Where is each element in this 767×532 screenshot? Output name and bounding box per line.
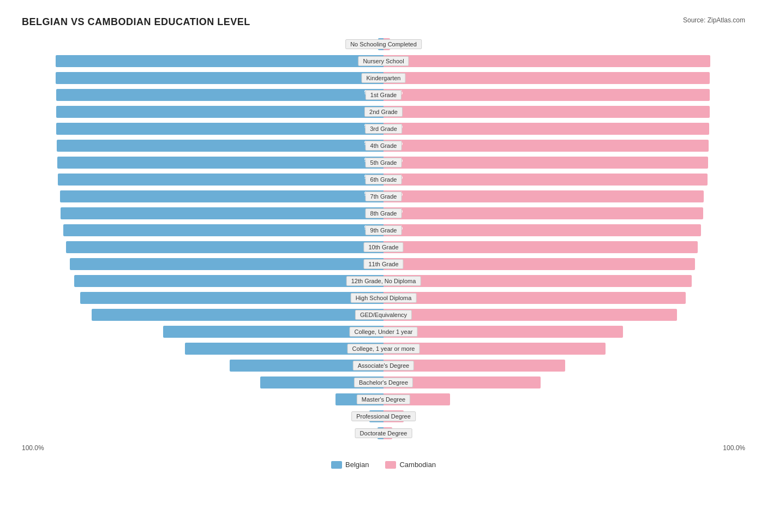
right-section: 54.6%: [384, 358, 745, 373]
left-section: 98.4%: [22, 87, 384, 103]
belgian-bar: 97%: [61, 207, 384, 219]
table-row: 1.8%Doctorate Degree2.6%: [22, 426, 745, 441]
table-row: 66.2%College, Under 1 year71.9%: [22, 324, 745, 339]
chart-source: Source: ZipAtlas.com: [683, 16, 745, 24]
bar-label: 9th Grade: [365, 225, 402, 235]
cambodian-bar: 71.9%: [384, 326, 623, 338]
left-section: 91.2%: [22, 290, 384, 306]
bar-label: Associate's Degree: [353, 361, 414, 370]
belgian-bar: 97.9%: [58, 174, 384, 186]
right-section: 94.5%: [384, 240, 745, 255]
left-section: 96.3%: [22, 223, 384, 238]
table-row: 91.2%High School Diploma90.8%: [22, 290, 745, 306]
left-section: 97.9%: [22, 172, 384, 187]
left-section: 98.1%: [22, 155, 384, 170]
belgian-bar: 98.1%: [57, 157, 384, 169]
right-section: 97.9%: [384, 121, 745, 136]
left-section: 94.2%: [22, 256, 384, 272]
right-section: 97.6%: [384, 155, 745, 170]
table-row: 59.7%College, 1 year or more66.7%: [22, 341, 745, 356]
right-section: 98.1%: [384, 70, 745, 86]
bar-label: College, Under 1 year: [349, 327, 417, 337]
bar-label: Master's Degree: [357, 394, 410, 404]
legend-cambodian: Cambodian: [385, 461, 436, 469]
bar-label: No Schooling Completed: [345, 39, 422, 49]
left-section: 98.5%: [22, 53, 384, 69]
left-section: 98.3%: [22, 121, 384, 136]
left-section: 95.4%: [22, 240, 384, 255]
bar-label: Bachelor's Degree: [354, 378, 413, 387]
cambodian-bar: 98.1%: [384, 72, 710, 84]
belgian-bar: 92.9%: [74, 275, 384, 287]
right-section: 98.2%: [384, 53, 745, 69]
chart-legend: Belgian Cambodian: [22, 461, 745, 469]
cambodian-bar: 98%: [384, 106, 710, 118]
right-section: 71.9%: [384, 324, 745, 339]
right-section: 98%: [384, 104, 745, 119]
belgian-bar: 98.5%: [56, 72, 384, 84]
table-row: 87.7%GED/Equivalency88.2%: [22, 307, 745, 322]
bar-label: 7th Grade: [365, 192, 402, 201]
bar-label: 10th Grade: [363, 242, 403, 252]
table-row: 96.3%9th Grade95.4%: [22, 223, 745, 238]
cambodian-bar: 97.6%: [384, 157, 708, 169]
right-section: 95.4%: [384, 223, 745, 238]
table-row: 98.2%4th Grade97.7%: [22, 138, 745, 153]
bar-label: 3rd Grade: [365, 124, 402, 134]
bar-label: 4th Grade: [365, 141, 402, 151]
belgian-bar: 98.3%: [56, 123, 384, 135]
right-section: 47.2%: [384, 375, 745, 390]
cambodian-bar: 97.3%: [384, 174, 708, 186]
bar-label: High School Diploma: [351, 293, 417, 303]
cambodian-bar: 96.3%: [384, 190, 704, 202]
right-section: 98.1%: [384, 87, 745, 103]
right-section: 92.6%: [384, 273, 745, 289]
cambodian-bar: 97.9%: [384, 123, 709, 135]
table-row: 98.1%5th Grade97.6%: [22, 155, 745, 170]
left-section: 66.2%: [22, 324, 384, 339]
table-row: 92.9%12th Grade, No Diploma92.6%: [22, 273, 745, 289]
bar-label: Doctorate Degree: [355, 428, 412, 438]
table-row: 1.6%No Schooling Completed1.9%: [22, 37, 745, 52]
cambodian-bar: 92.6%: [384, 275, 692, 287]
table-row: 46.3%Associate's Degree54.6%: [22, 358, 745, 373]
belgian-bar: 87.7%: [92, 309, 384, 321]
chart-area: 1.6%No Schooling Completed1.9%98.5%Nurse…: [22, 37, 745, 441]
left-section: 87.7%: [22, 307, 384, 322]
table-row: 37%Bachelor's Degree47.2%: [22, 375, 745, 390]
table-row: 97%8th Grade96.1%: [22, 206, 745, 221]
left-section: 4.3%: [22, 409, 384, 424]
left-section: 1.6%: [22, 37, 384, 52]
table-row: 98.3%3rd Grade97.9%: [22, 121, 745, 136]
table-row: 98.5%Kindergarten98.1%: [22, 70, 745, 86]
cambodian-bar: 90.8%: [384, 292, 686, 304]
right-section: 96.3%: [384, 189, 745, 204]
legend-belgian-label: Belgian: [345, 461, 369, 469]
belgian-bar: 96.3%: [63, 224, 384, 236]
table-row: 98.4%1st Grade98.1%: [22, 87, 745, 103]
cambodian-bar: 97.7%: [384, 140, 709, 152]
belgian-bar: 98.5%: [56, 55, 384, 67]
cambodian-bar: 95.4%: [384, 224, 701, 236]
bar-label: Nursery School: [358, 56, 409, 66]
table-row: 94.2%11th Grade93.6%: [22, 256, 745, 272]
cambodian-bar: 94.5%: [384, 241, 698, 253]
left-section: 98.2%: [22, 138, 384, 153]
chart-container: BELGIAN VS CAMBODIAN EDUCATION LEVEL Sou…: [11, 11, 756, 485]
bar-label: GED/Equivalency: [355, 310, 412, 320]
cambodian-bar: 96.1%: [384, 207, 703, 219]
table-row: 4.3%Professional Degree6%: [22, 409, 745, 424]
bar-label: Kindergarten: [362, 73, 406, 83]
chart-header: BELGIAN VS CAMBODIAN EDUCATION LEVEL Sou…: [22, 16, 745, 28]
bar-label: 5th Grade: [365, 158, 402, 168]
cambodian-bar: 93.6%: [384, 258, 695, 270]
bar-label: 11th Grade: [363, 259, 403, 269]
belgian-bar: 97.2%: [60, 190, 384, 202]
table-row: 98.5%Nursery School98.2%: [22, 53, 745, 69]
bar-label: 2nd Grade: [364, 107, 403, 117]
table-row: 14.5%Master's Degree20%: [22, 392, 745, 407]
cambodian-swatch: [385, 461, 396, 469]
right-section: 2.6%: [384, 426, 745, 441]
left-section: 98.5%: [22, 70, 384, 86]
right-section: 6%: [384, 409, 745, 424]
